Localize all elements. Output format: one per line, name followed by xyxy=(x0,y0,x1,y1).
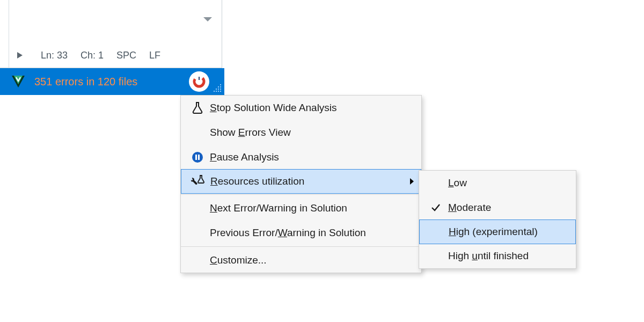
svg-point-16 xyxy=(192,152,203,163)
svg-rect-7 xyxy=(220,86,221,87)
menu-item-label: Customize... xyxy=(210,254,415,266)
resize-grip-icon[interactable] xyxy=(213,83,222,93)
svg-rect-18 xyxy=(198,155,200,160)
svg-marker-0 xyxy=(203,17,212,21)
svg-rect-15 xyxy=(214,91,215,92)
status-caret-row: Ln: 33 Ch: 1 SPC LF xyxy=(0,42,222,68)
svg-rect-8 xyxy=(218,86,219,87)
status-indent-mode[interactable]: SPC xyxy=(116,50,136,61)
menu-item-label: Next Error/Warning in Solution xyxy=(210,202,415,214)
status-errors-count[interactable]: 351 errors in 120 files xyxy=(34,76,137,88)
menu-resources-utilization[interactable]: Resources utilization xyxy=(181,169,421,194)
submenu-arrow-icon xyxy=(409,178,414,185)
wrench-flask-icon xyxy=(186,175,210,188)
menu-customize[interactable]: Customize... xyxy=(181,248,421,273)
svg-marker-1 xyxy=(17,52,23,58)
svg-rect-9 xyxy=(220,89,221,90)
submenu-item-label: High (experimental) xyxy=(449,226,538,238)
status-column-number[interactable]: Ch: 1 xyxy=(80,50,104,61)
check-icon xyxy=(423,203,448,213)
menu-separator xyxy=(181,246,421,247)
pause-icon xyxy=(185,151,210,163)
menu-pause-analysis[interactable]: Pause Analysis xyxy=(181,145,421,170)
menu-item-label: Show Errors View xyxy=(210,127,415,138)
svg-rect-13 xyxy=(218,91,219,92)
play-icon[interactable] xyxy=(16,52,24,59)
submenu-item-label: Low xyxy=(448,177,467,189)
submenu-item-label: Moderate xyxy=(448,202,491,214)
status-bar: 351 errors in 120 files xyxy=(0,68,224,95)
vue-shield-icon[interactable] xyxy=(11,75,26,89)
analysis-context-menu: Stop Solution Wide Analysis Show Errors … xyxy=(180,95,422,273)
resources-utilization-submenu: Low Moderate High (experimental) High un… xyxy=(419,170,576,269)
submenu-high-until-finished[interactable]: High until finished xyxy=(419,244,576,268)
analysis-status-icon[interactable] xyxy=(189,71,209,92)
svg-rect-5 xyxy=(199,77,200,80)
svg-rect-11 xyxy=(216,89,217,90)
menu-stop-analysis[interactable]: Stop Solution Wide Analysis xyxy=(181,96,421,120)
svg-rect-12 xyxy=(220,91,221,92)
scroll-options-dropdown[interactable] xyxy=(203,16,213,23)
svg-rect-6 xyxy=(220,84,221,85)
menu-item-label: Stop Solution Wide Analysis xyxy=(210,102,415,114)
svg-rect-17 xyxy=(195,155,197,160)
submenu-moderate[interactable]: Moderate xyxy=(419,195,576,220)
submenu-low[interactable]: Low xyxy=(419,171,576,195)
menu-next-error[interactable]: Next Error/Warning in Solution xyxy=(181,196,421,221)
menu-item-label: Previous Error/Warning in Solution xyxy=(210,227,415,239)
flask-icon xyxy=(185,101,210,114)
menu-show-errors-view[interactable]: Show Errors View xyxy=(181,120,421,145)
menu-item-label: Pause Analysis xyxy=(210,151,415,163)
menu-separator xyxy=(181,194,421,195)
status-line-number[interactable]: Ln: 33 xyxy=(41,50,68,61)
submenu-item-label: High until finished xyxy=(448,250,529,262)
menu-item-label: Resources utilization xyxy=(210,175,409,187)
svg-rect-14 xyxy=(216,91,217,92)
submenu-high[interactable]: High (experimental) xyxy=(419,219,576,244)
status-eol-mode[interactable]: LF xyxy=(149,50,160,61)
svg-marker-19 xyxy=(410,178,414,185)
chevron-down-icon xyxy=(203,16,213,23)
menu-previous-error[interactable]: Previous Error/Warning in Solution xyxy=(181,221,421,245)
svg-rect-10 xyxy=(218,89,219,90)
